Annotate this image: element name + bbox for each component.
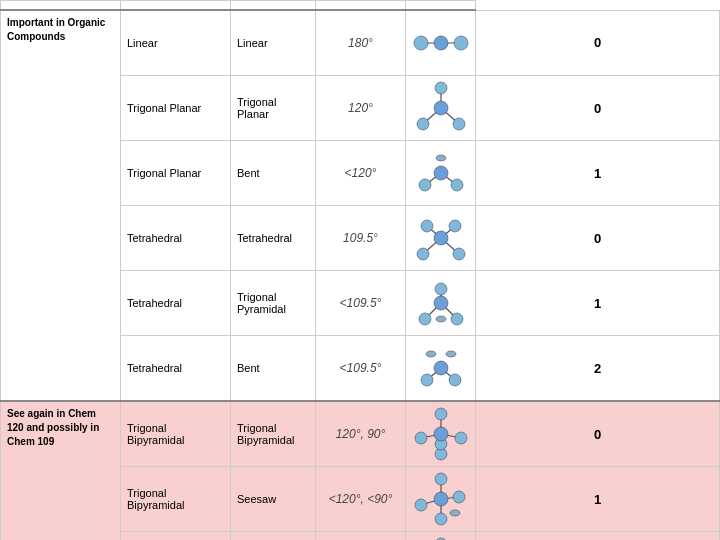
svg-point-33 (434, 296, 448, 310)
lone-pairs-count: 2 (476, 532, 720, 541)
svg-point-61 (434, 492, 448, 506)
svg-point-32 (436, 316, 446, 322)
header-mol-img (316, 1, 406, 11)
header-orbital (1, 1, 121, 11)
svg-point-49 (455, 432, 467, 444)
svg-point-58 (415, 499, 427, 511)
geometry-table: Important in Organic CompoundsLinearLine… (0, 0, 720, 540)
table-header (1, 1, 720, 11)
orbital-geometry: Trigonal Planar (121, 76, 231, 141)
svg-point-13 (419, 179, 431, 191)
svg-point-36 (421, 374, 433, 386)
svg-point-40 (434, 361, 448, 375)
header-lone (406, 1, 476, 11)
molecular-geometry: Trigonal Pyramidal (231, 271, 316, 336)
molecule-image (406, 532, 476, 541)
section-label-cell: See again in Chem 120 and possibly in Ch… (1, 401, 121, 540)
section-label-cell: Important in Organic Compounds (1, 10, 121, 401)
molecular-geometry: Bent (231, 141, 316, 206)
molecular-geometry: Seesaw (231, 467, 316, 532)
bond-angle: 180° (316, 10, 406, 76)
orbital-geometry: Trigonal Bipyramidal (121, 401, 231, 467)
bond-angle: 120°, 90° (316, 401, 406, 467)
lone-pairs-count: 0 (476, 401, 720, 467)
orbital-geometry: Tetrahedral (121, 271, 231, 336)
svg-point-59 (453, 491, 465, 503)
svg-point-24 (453, 248, 465, 260)
lone-pairs-count: 1 (476, 271, 720, 336)
molecule-image (406, 206, 476, 271)
header-angle (231, 1, 316, 11)
molecular-geometry: Trigonal Planar (231, 76, 316, 141)
orbital-geometry: Trigonal Bipyramidal (121, 532, 231, 541)
bond-angle: <90° (316, 532, 406, 541)
svg-point-29 (419, 313, 431, 325)
bond-angle: <120°, <90° (316, 467, 406, 532)
svg-point-48 (415, 432, 427, 444)
svg-point-9 (453, 118, 465, 130)
molecular-geometry: T-shape (231, 532, 316, 541)
orbital-geometry: Trigonal Planar (121, 141, 231, 206)
svg-point-60 (450, 510, 460, 516)
orbital-geometry: Tetrahedral (121, 206, 231, 271)
svg-point-23 (417, 248, 429, 260)
molecule-image (406, 76, 476, 141)
bond-angle: 120° (316, 76, 406, 141)
molecular-geometry: Trigonal Bipyramidal (231, 401, 316, 467)
svg-point-25 (434, 231, 448, 245)
svg-point-1 (414, 36, 428, 50)
bond-angle: 109.5° (316, 206, 406, 271)
bond-angle: <120° (316, 141, 406, 206)
molecule-image (406, 467, 476, 532)
lone-pairs-count: 1 (476, 141, 720, 206)
svg-point-3 (454, 36, 468, 50)
molecular-geometry: Bent (231, 336, 316, 402)
molecule-image (406, 141, 476, 206)
svg-point-10 (434, 101, 448, 115)
svg-point-56 (435, 473, 447, 485)
molecule-image (406, 10, 476, 76)
svg-point-21 (421, 220, 433, 232)
svg-point-7 (435, 82, 447, 94)
orbital-geometry: Trigonal Bipyramidal (121, 467, 231, 532)
table-row: See again in Chem 120 and possibly in Ch… (1, 401, 720, 467)
lone-pairs-count: 0 (476, 76, 720, 141)
bond-angle: <109.5° (316, 271, 406, 336)
svg-point-46 (435, 408, 447, 420)
svg-point-57 (435, 513, 447, 525)
molecular-geometry: Linear (231, 10, 316, 76)
lone-pairs-count: 1 (476, 467, 720, 532)
molecular-geometry: Tetrahedral (231, 206, 316, 271)
svg-point-37 (449, 374, 461, 386)
svg-point-38 (426, 351, 436, 357)
svg-point-22 (449, 220, 461, 232)
svg-point-51 (434, 427, 448, 441)
table-row: Important in Organic CompoundsLinearLine… (1, 10, 720, 76)
orbital-geometry: Tetrahedral (121, 336, 231, 402)
molecule-image (406, 336, 476, 402)
lone-pairs-count: 0 (476, 10, 720, 76)
svg-point-2 (434, 36, 448, 50)
bond-angle: <109.5° (316, 336, 406, 402)
svg-point-39 (446, 351, 456, 357)
svg-point-31 (435, 283, 447, 295)
lone-pairs-count: 0 (476, 206, 720, 271)
molecule-image (406, 271, 476, 336)
header-molecular (121, 1, 231, 11)
svg-point-8 (417, 118, 429, 130)
svg-point-16 (434, 166, 448, 180)
lone-pairs-count: 2 (476, 336, 720, 402)
svg-point-30 (451, 313, 463, 325)
molecule-image (406, 401, 476, 467)
svg-point-15 (436, 155, 446, 161)
svg-point-14 (451, 179, 463, 191)
orbital-geometry: Linear (121, 10, 231, 76)
